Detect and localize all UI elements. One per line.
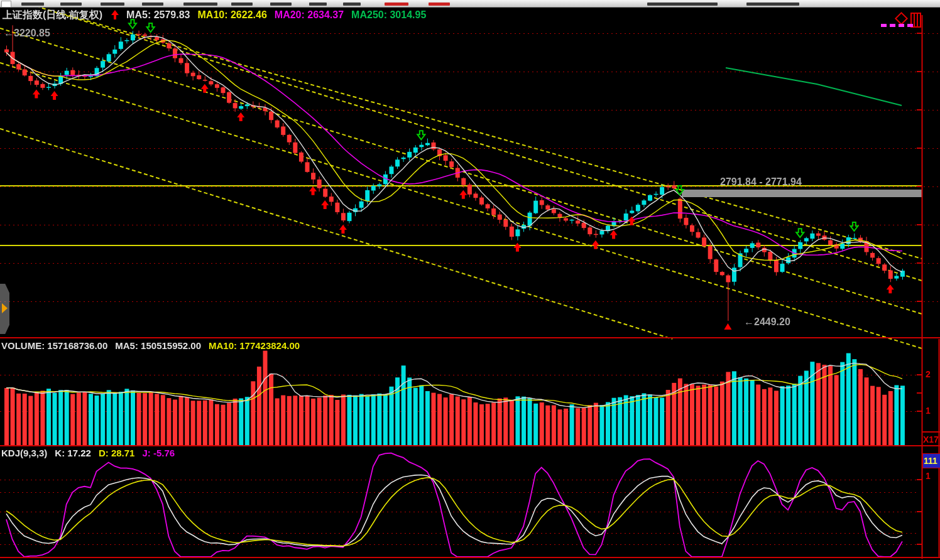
ma5-label: MA5: 2579.83 (126, 9, 190, 20)
magenta-dash-icon (881, 24, 887, 27)
ma20-label: MA20: 2634.37 (275, 9, 344, 20)
menu-item-blob (231, 3, 253, 6)
menu-item-blob (309, 3, 327, 6)
magenta-dash-icon (907, 24, 913, 27)
sidebar-flyout-handle[interactable] (0, 284, 9, 334)
menu-item-blob (343, 3, 361, 6)
kdj-title-label: KDJ(9,3,3) (1, 448, 47, 458)
menu-item-blob-red (385, 3, 408, 6)
volume-value-label: VOLUME: 157168736.00 (1, 340, 107, 351)
flyout-arrow-icon (2, 303, 8, 313)
menu-item-blob (21, 3, 44, 6)
volume-axis-lower-label: 1 (926, 406, 931, 416)
menu-item-blob (746, 3, 799, 6)
volume-ma10-label: MA10: 177423824.00 (209, 340, 300, 351)
menu-item-blob (60, 3, 82, 6)
volume-ma5-label: MA5: 150515952.00 (115, 340, 201, 351)
menu-item-blob (101, 3, 124, 6)
period-low-label: ←2449.20 (744, 316, 790, 328)
instrument-title: 上证指数(日线.前复权) (3, 9, 102, 20)
kdj-k-label: K: 17.22 (55, 448, 91, 458)
volume-header: VOLUME: 157168736.00MA5: 150515952.00MA1… (1, 340, 307, 351)
menu-bar[interactable] (0, 0, 940, 8)
menu-item-blob-red (429, 3, 450, 6)
kdj-header: KDJ(9,3,3)K: 17.22D: 28.71J: -5.76 (1, 448, 182, 458)
magenta-dash-icon (899, 24, 904, 27)
main-header: 上证指数(日线.前复权)MA5: 2579.83MA10: 2622.46MA2… (3, 9, 434, 22)
kdj-d-label: D: 28.71 (99, 448, 135, 458)
menu-item-blob (183, 3, 217, 6)
volume-axis-upper-label: 2 (926, 369, 931, 379)
kdj-j-label: J: -5.76 (142, 448, 175, 458)
menu-item-blob (270, 3, 292, 6)
magenta-dash-icon (890, 24, 895, 27)
menu-item-blob (142, 3, 163, 6)
up-arrow-icon (111, 10, 119, 19)
stock-chart-app: 上证指数(日线.前复权)MA5: 2579.83MA10: 2622.46MA2… (0, 0, 940, 560)
ma10-label: MA10: 2622.46 (198, 9, 267, 20)
ma250-label: MA250: 3014.95 (351, 9, 426, 20)
chart-canvas[interactable] (0, 0, 940, 560)
kdj-axis-100-label: 1 (926, 471, 931, 481)
volume-scale-tag: X17 (923, 434, 939, 444)
kdj-axis-max-badge: 111 (922, 453, 940, 468)
period-high-label: ←3220.85 (4, 28, 50, 39)
window-icon (1, 1, 11, 8)
menu-item-blob (647, 3, 718, 6)
gap-range-label: 2791.84 - 2771.94 (720, 176, 802, 188)
